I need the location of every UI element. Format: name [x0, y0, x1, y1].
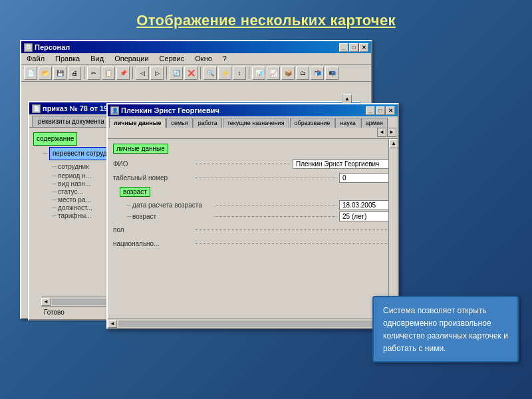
label-tabel: табельный номер	[113, 174, 193, 182]
input-date[interactable]: 18.03.2005	[339, 200, 392, 210]
menu-operations[interactable]: Операции	[112, 54, 151, 63]
titlebar-buttons: _ □ ✕	[339, 43, 368, 52]
card-titlebar: 👤 Пленкин Эрнст Георгиевич _ □ ✕	[108, 104, 398, 116]
card-titlebar-left: 👤 Пленкин Эрнст Георгиевич	[110, 106, 219, 115]
toolbar-filter[interactable]: ⚡	[218, 66, 231, 80]
card-htrack	[118, 321, 378, 327]
main-window-title: Персонал	[35, 43, 70, 51]
card-content: ▲ личные данные ФИО Пленкин Эрнст Георги…	[108, 139, 398, 323]
doc-icon: 📄	[32, 104, 41, 113]
card-close[interactable]: ✕	[386, 106, 395, 115]
toolbar-sort[interactable]: ↕	[233, 66, 246, 80]
input-tabel[interactable]: 0	[339, 173, 392, 183]
main-titlebar: 🗒 Персонал _ □ ✕	[21, 41, 371, 53]
tree-line-2: ─	[52, 172, 57, 180]
toolbar-separator-2	[132, 67, 133, 79]
tab-education[interactable]: образование	[290, 118, 335, 128]
tree-line-1: ─	[52, 163, 57, 170]
card-scroll-up[interactable]: ▲	[389, 139, 398, 148]
subsection-vozrast-wrapper: возраст	[113, 186, 392, 198]
label-national: национально...	[113, 240, 193, 247]
toolbar-misc4[interactable]: 📭	[325, 66, 338, 80]
menu-window[interactable]: Окно	[192, 54, 215, 63]
main-app-icon: 🗒	[24, 43, 33, 52]
section-personal-label: личные данные	[113, 144, 168, 154]
toolbar-forward[interactable]: ▷	[150, 66, 164, 80]
card-scroll-left[interactable]: ◄	[108, 320, 117, 328]
tab-scroll: ◄ ►	[377, 128, 398, 138]
toolbar-delete[interactable]: ❌	[184, 66, 198, 80]
menu-service[interactable]: Сервис	[157, 54, 188, 63]
toolbar-print[interactable]: 🖨	[68, 66, 81, 80]
card-maximize[interactable]: □	[376, 106, 385, 115]
toolbar-refresh[interactable]: 🔄	[170, 66, 183, 80]
card-titlebar-buttons: _ □ ✕	[366, 106, 395, 115]
toolbar-misc1[interactable]: 📦	[281, 66, 295, 80]
form-row-pol: пол	[113, 223, 392, 235]
toolbar-separator-3	[166, 67, 167, 79]
form-row-tabel: табельный номер 0	[113, 172, 392, 184]
toolbar-back[interactable]: ◁	[136, 66, 149, 80]
dots-fio	[196, 164, 290, 164]
toolbar-search[interactable]: 🔍	[203, 66, 217, 80]
card-hscrollbar[interactable]: ◄ ►	[108, 319, 388, 328]
tooltip-text: Система позволяет открыть одновременно п…	[383, 306, 508, 353]
toolbar-open[interactable]: 📂	[39, 66, 52, 80]
card-minimize[interactable]: _	[366, 106, 375, 115]
dots-pol	[196, 229, 390, 230]
toolbar-paste[interactable]: 📌	[116, 66, 130, 80]
toolbar-separator-1	[84, 67, 84, 79]
menu-edit[interactable]: Правка	[53, 54, 82, 63]
dots-national	[196, 243, 390, 244]
card-window: 👤 Пленкин Эрнст Георгиевич _ □ ✕ личные …	[106, 103, 399, 329]
toolbar-report[interactable]: 📈	[267, 66, 280, 80]
toolbar-copy[interactable]: 📋	[102, 66, 115, 80]
toolbar-separator-4	[200, 67, 201, 79]
toolbar-misc3[interactable]: 📬	[311, 66, 324, 80]
dots-tabel	[196, 178, 336, 178]
tab-assignments[interactable]: текущие назначения	[223, 118, 289, 128]
maximize-button[interactable]: □	[349, 43, 358, 52]
label-pol: пол	[113, 226, 193, 233]
titlebar-left: 🗒 Персонал	[24, 43, 70, 52]
label-fio: ФИО	[113, 160, 193, 168]
tab-army[interactable]: армия	[361, 118, 388, 128]
toolbar-chart[interactable]: 📊	[252, 66, 265, 80]
scroll-left-btn[interactable]: ◄	[41, 298, 51, 306]
form-row-age: ─ возраст 25 (лет)	[126, 211, 392, 221]
card-window-title: Пленкин Эрнст Георгиевич	[121, 106, 219, 114]
form-row-fio: ФИО Пленкин Эрнст Георгиевич	[113, 158, 392, 170]
menu-file[interactable]: Файл	[24, 54, 47, 63]
tree-root-label: содержание	[33, 132, 77, 146]
toolbar: 📄 📂 💾 🖨 ✂ 📋 📌 ◁ ▷ 🔄 ❌ 🔍 ⚡ ↕ 📊 📈 📦 🗂 📬 📭	[21, 65, 371, 82]
tab-requisites[interactable]: реквизиты документа	[32, 116, 110, 127]
tab-personal[interactable]: личные данные	[109, 118, 166, 128]
scroll-up-btn[interactable]: ▲	[342, 94, 352, 104]
tab-scroll-left[interactable]: ◄	[377, 128, 386, 137]
input-age[interactable]: 25 (лет)	[339, 211, 392, 221]
input-fio[interactable]: Пленкин Эрнст Георгиевич	[293, 159, 392, 169]
tab-scroll-right[interactable]: ►	[387, 128, 396, 137]
tree-line-7: ─	[52, 212, 57, 219]
tooltip-box: Система позволяет открыть одновременно п…	[372, 296, 519, 362]
minimize-button[interactable]: _	[339, 43, 348, 52]
tab-science[interactable]: наука	[335, 118, 360, 128]
toolbar-new[interactable]: 📄	[24, 66, 37, 80]
menubar: Файл Правка Вид Операции Сервис Окно ?	[21, 53, 371, 65]
sub-line-2: ─	[126, 213, 131, 220]
menu-help[interactable]: ?	[220, 54, 229, 63]
menu-view[interactable]: Вид	[88, 54, 106, 63]
tab-family[interactable]: семья	[166, 118, 192, 128]
toolbar-cut[interactable]: ✂	[87, 66, 100, 80]
tab-work[interactable]: работа	[194, 118, 222, 128]
close-button[interactable]: ✕	[359, 43, 368, 52]
tree-line-5: ─	[52, 196, 57, 203]
card-scrollbar[interactable]: ▲	[388, 139, 398, 323]
toolbar-save[interactable]: 💾	[53, 66, 66, 80]
label-date: дата расчета возраста	[132, 201, 212, 209]
status-text: Готово	[44, 309, 65, 316]
label-age: возраст	[132, 213, 212, 220]
form-row-date: ─ дата расчета возраста 18.03.2005	[126, 200, 392, 210]
toolbar-misc2[interactable]: 🗂	[296, 66, 309, 80]
form-row-national: национально...	[113, 237, 392, 249]
